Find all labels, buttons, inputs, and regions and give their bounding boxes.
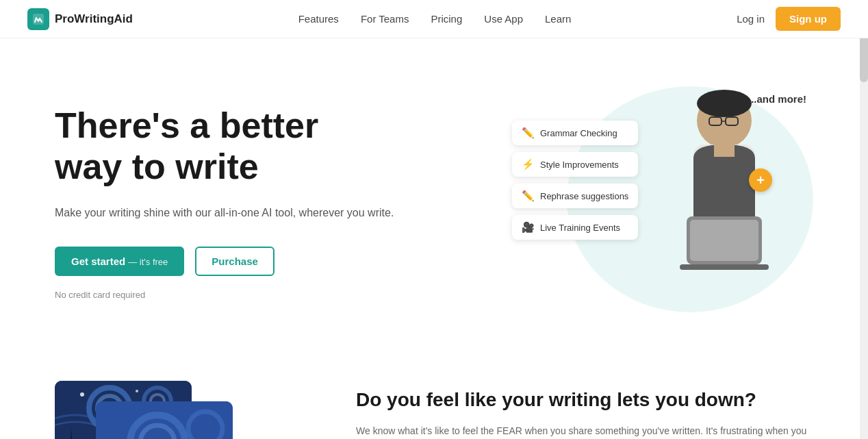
logo-link[interactable]: ProWritingAid: [27, 8, 133, 30]
svg-rect-23: [96, 401, 233, 439]
nav-pricing[interactable]: Pricing: [431, 13, 462, 25]
hero-buttons: Get started— it's free Purchase: [55, 247, 394, 276]
second-section: My idea in my head Do you feel like your…: [0, 353, 868, 439]
hero-illustration: ✏️ Grammar Checking ⚡ Style Improvements…: [512, 79, 813, 326]
svg-rect-0: [33, 14, 44, 25]
second-section-title: Do you feel like your writing lets you d…: [356, 388, 813, 412]
nav-features[interactable]: Features: [298, 13, 339, 25]
second-left-illustration: My idea in my head: [55, 381, 315, 439]
login-link[interactable]: Log in: [737, 13, 765, 25]
hero-left: There's a better way to write Make your …: [55, 105, 394, 299]
signup-button[interactable]: Sign up: [776, 7, 841, 31]
training-icon: 🎥: [522, 221, 535, 234]
navbar-actions: Log in Sign up: [737, 7, 841, 31]
nav-learn[interactable]: Learn: [545, 13, 571, 25]
rephrase-icon: ✏️: [522, 190, 535, 202]
navbar-links: Features For Teams Pricing Use App Learn: [298, 13, 572, 25]
grammar-icon: ✏️: [522, 127, 535, 139]
feature-card-rephrase: ✏️ Rephrase suggestions: [512, 184, 638, 208]
blue-card-overlay: [96, 401, 233, 439]
svg-point-16: [80, 392, 84, 397]
logo-icon: [27, 8, 49, 30]
no-credit-text: No credit card required: [55, 290, 394, 300]
svg-rect-7: [714, 143, 735, 157]
blue-overlay-svg: [96, 401, 233, 439]
scrollbar[interactable]: [860, 0, 868, 439]
hero-section: There's a better way to write Make your …: [0, 38, 868, 353]
second-right-text: Do you feel like your writing lets you d…: [356, 381, 813, 439]
person-illustration: [649, 83, 800, 316]
svg-rect-10: [680, 264, 769, 270]
svg-point-17: [136, 390, 138, 392]
feature-card-training: 🎥 Live Training Events: [512, 215, 638, 240]
feature-cards: ✏️ Grammar Checking ⚡ Style Improvements…: [512, 121, 638, 240]
get-started-button[interactable]: Get started— it's free: [55, 247, 184, 276]
nav-for-teams[interactable]: For Teams: [361, 13, 409, 25]
navbar: ProWritingAid Features For Teams Pricing…: [0, 0, 868, 38]
feature-card-grammar: ✏️ Grammar Checking: [512, 121, 638, 145]
purchase-button[interactable]: Purchase: [195, 247, 275, 276]
svg-rect-9: [690, 220, 758, 261]
plus-badge: +: [749, 168, 772, 192]
second-section-text: We know what it's like to feel the FEAR …: [356, 423, 813, 439]
feature-card-style: ⚡ Style Improvements: [512, 152, 638, 177]
hero-title: There's a better way to write: [55, 105, 394, 188]
svg-point-2: [697, 90, 752, 117]
nav-use-app[interactable]: Use App: [484, 13, 523, 25]
style-icon: ⚡: [522, 158, 535, 171]
hero-subtitle: Make your writing shine with our all-in-…: [55, 204, 394, 222]
and-more-label: ...and more!: [748, 93, 806, 105]
logo-text: ProWritingAid: [55, 12, 133, 26]
